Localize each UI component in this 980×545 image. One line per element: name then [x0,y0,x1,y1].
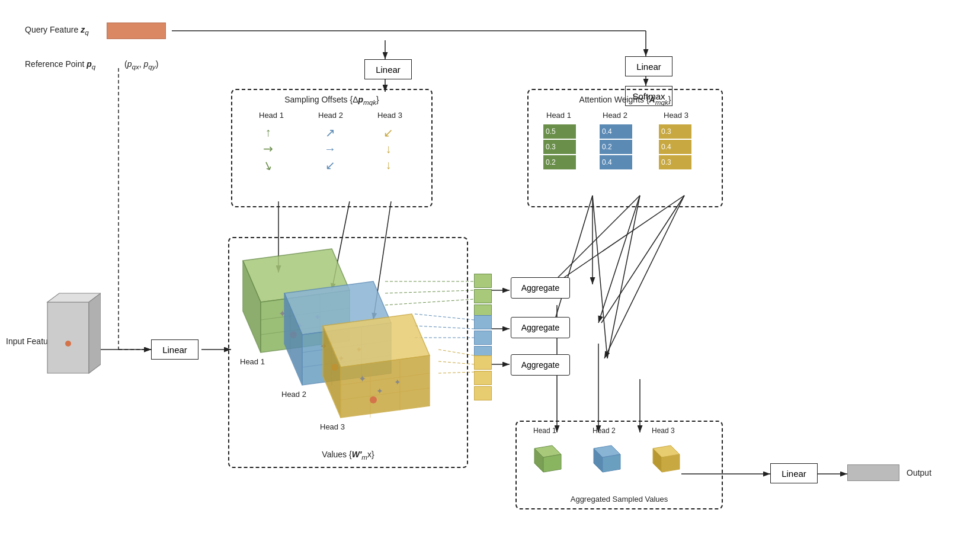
agg-yellow-cube [650,443,683,475]
svg-line-24 [593,195,607,358]
agg-head3-label: Head 3 [652,427,675,435]
svg-text:✦: ✦ [376,387,383,396]
svg-line-21 [554,195,684,284]
linear-box-top: Linear [364,59,412,79]
output-label: Output [907,468,931,477]
svg-point-43 [65,341,71,347]
query-feature-label: Query Feature zq [25,25,89,36]
input-feature-map-shape [36,290,101,385]
linear-box-top-right: Linear [625,56,672,76]
svg-line-23 [601,195,684,323]
blue-sampled-stack [474,315,492,360]
arrows-svg [0,0,980,545]
so-head3-label: Head 3 [377,111,402,120]
linear-box-bottom-right: Linear [770,463,818,483]
svg-line-19 [604,195,684,358]
svg-text:Head 1: Head 1 [240,357,265,366]
svg-marker-40 [47,302,89,373]
reference-point-coords: (pqx, pqy) [124,59,158,70]
diagram: Query Feature zq Reference Point pq (pqx… [0,0,980,545]
svg-marker-85 [603,454,620,472]
agg-head1-label: Head 1 [533,427,556,435]
aggregated-title: Aggregated Sampled Values [571,495,668,504]
aw-head3-label: Head 3 [664,111,688,120]
svg-line-25 [607,195,640,358]
svg-text:✦: ✦ [358,374,366,384]
svg-text:✦: ✦ [394,378,401,387]
svg-line-20 [551,195,640,284]
aggregate-box-3: Aggregate [511,354,570,376]
aggregate-box-2: Aggregate [511,317,570,338]
svg-marker-42 [89,293,101,373]
values-title: Values {W′mx} [322,450,374,461]
yellow-plane: ✦ ✦ ✦ Head 3 [317,308,435,432]
agg-head2-label: Head 2 [593,427,616,435]
attention-weights-title: Attention Weights {Amqk} [579,95,671,106]
sampling-offsets-box: Sampling Offsets {Δpmqk} Head 1 Head 2 H… [231,89,433,207]
attention-weights-box: Attention Weights {Amqk} Head 1 Head 2 H… [527,89,723,207]
query-feature-rect [107,23,166,39]
linear-box-left: Linear [151,339,198,360]
svg-line-22 [554,195,593,323]
green-sampled-stack [474,274,492,319]
so-head1-label: Head 1 [259,111,284,120]
so-head2-label: Head 2 [318,111,343,120]
output-rect [847,464,899,481]
agg-blue-cube [591,443,623,475]
svg-marker-82 [543,454,561,472]
agg-green-cube [531,443,564,475]
svg-text:Head 3: Head 3 [320,422,345,431]
yellow-sampled-stack [474,355,492,400]
aw-head1-label: Head 1 [546,111,571,120]
svg-point-78 [370,396,377,403]
svg-text:Head 2: Head 2 [281,390,306,399]
svg-line-18 [598,195,640,323]
aw-head2-label: Head 2 [603,111,627,120]
aggregated-values-box: Aggregated Sampled Values Head 1 Head 2 … [515,421,723,509]
sampling-offsets-title: Sampling Offsets {Δpmqk} [284,95,379,106]
aggregate-box-1: Aggregate [511,277,570,299]
svg-marker-88 [662,454,680,472]
reference-point-label: Reference Point pq [25,59,95,70]
